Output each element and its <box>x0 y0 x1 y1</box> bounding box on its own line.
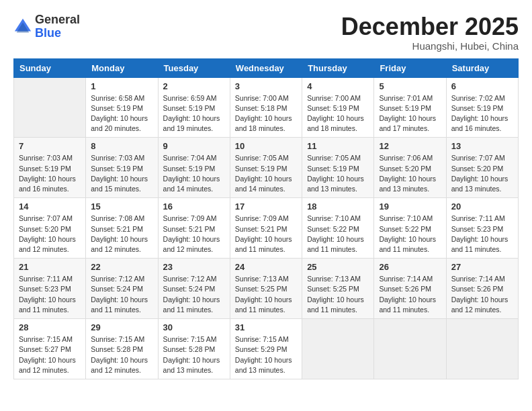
calendar-day-cell: 4Sunrise: 7:00 AMSunset: 5:19 PMDaylight… <box>302 77 374 138</box>
calendar-week-row: 7Sunrise: 7:03 AMSunset: 5:19 PMDaylight… <box>14 138 519 198</box>
calendar-day-cell: 19Sunrise: 7:10 AMSunset: 5:22 PMDayligh… <box>374 198 446 259</box>
calendar-day-cell: 21Sunrise: 7:11 AMSunset: 5:23 PMDayligh… <box>14 259 86 319</box>
day-number: 12 <box>379 141 441 151</box>
calendar-day-cell: 6Sunrise: 7:02 AMSunset: 5:19 PMDaylight… <box>446 77 518 138</box>
month-title: December 2025 <box>341 13 519 40</box>
calendar-day-cell: 31Sunrise: 7:15 AMSunset: 5:29 PMDayligh… <box>230 319 302 379</box>
weekday-header-tuesday: Tuesday <box>158 58 230 77</box>
title-block: December 2025 Huangshi, Hubei, China <box>341 13 519 52</box>
day-number: 5 <box>379 81 441 91</box>
day-info: Sunrise: 7:14 AMSunset: 5:26 PMDaylight:… <box>451 274 513 315</box>
day-info: Sunrise: 7:05 AMSunset: 5:19 PMDaylight:… <box>307 153 369 194</box>
day-number: 9 <box>163 141 225 151</box>
calendar-day-cell: 11Sunrise: 7:05 AMSunset: 5:19 PMDayligh… <box>302 138 374 198</box>
day-info: Sunrise: 7:15 AMSunset: 5:29 PMDaylight:… <box>235 334 297 375</box>
calendar-day-cell: 2Sunrise: 6:59 AMSunset: 5:19 PMDaylight… <box>158 77 230 138</box>
day-number: 10 <box>235 141 297 151</box>
day-info: Sunrise: 7:01 AMSunset: 5:19 PMDaylight:… <box>379 93 441 134</box>
day-info: Sunrise: 7:15 AMSunset: 5:28 PMDaylight:… <box>91 334 152 375</box>
weekday-header-thursday: Thursday <box>302 58 374 77</box>
calendar-week-row: 14Sunrise: 7:07 AMSunset: 5:20 PMDayligh… <box>14 198 519 259</box>
weekday-header-monday: Monday <box>86 58 158 77</box>
calendar-day-cell: 7Sunrise: 7:03 AMSunset: 5:19 PMDaylight… <box>14 138 86 198</box>
calendar-empty-cell <box>374 319 446 379</box>
calendar-day-cell: 22Sunrise: 7:12 AMSunset: 5:24 PMDayligh… <box>86 259 158 319</box>
calendar-day-cell: 1Sunrise: 6:58 AMSunset: 5:19 PMDaylight… <box>86 77 158 138</box>
day-number: 24 <box>235 262 297 272</box>
day-info: Sunrise: 7:14 AMSunset: 5:26 PMDaylight:… <box>379 274 441 315</box>
day-number: 26 <box>379 262 441 272</box>
calendar-day-cell: 13Sunrise: 7:07 AMSunset: 5:20 PMDayligh… <box>446 138 518 198</box>
day-info: Sunrise: 6:59 AMSunset: 5:19 PMDaylight:… <box>163 93 225 134</box>
logo-icon <box>13 17 32 36</box>
calendar-day-cell: 3Sunrise: 7:00 AMSunset: 5:18 PMDaylight… <box>230 77 302 138</box>
day-number: 17 <box>235 201 297 212</box>
day-number: 28 <box>19 322 81 332</box>
calendar-day-cell: 20Sunrise: 7:11 AMSunset: 5:23 PMDayligh… <box>446 198 518 259</box>
day-number: 11 <box>307 141 369 151</box>
day-info: Sunrise: 7:02 AMSunset: 5:19 PMDaylight:… <box>451 93 513 134</box>
calendar-day-cell: 14Sunrise: 7:07 AMSunset: 5:20 PMDayligh… <box>14 198 86 259</box>
day-info: Sunrise: 7:00 AMSunset: 5:19 PMDaylight:… <box>307 93 369 134</box>
day-number: 8 <box>91 141 152 151</box>
weekday-header-sunday: Sunday <box>14 58 86 77</box>
day-number: 29 <box>91 322 152 332</box>
day-number: 14 <box>19 201 81 212</box>
calendar-day-cell: 26Sunrise: 7:14 AMSunset: 5:26 PMDayligh… <box>374 259 446 319</box>
day-info: Sunrise: 7:15 AMSunset: 5:27 PMDaylight:… <box>19 334 81 375</box>
day-info: Sunrise: 7:10 AMSunset: 5:22 PMDaylight:… <box>379 214 441 255</box>
day-info: Sunrise: 7:09 AMSunset: 5:21 PMDaylight:… <box>163 214 225 255</box>
location-subtitle: Huangshi, Hubei, China <box>341 40 519 52</box>
calendar-day-cell: 10Sunrise: 7:05 AMSunset: 5:19 PMDayligh… <box>230 138 302 198</box>
weekday-header-saturday: Saturday <box>446 58 518 77</box>
day-info: Sunrise: 7:03 AMSunset: 5:19 PMDaylight:… <box>91 153 152 194</box>
calendar-day-cell: 15Sunrise: 7:08 AMSunset: 5:21 PMDayligh… <box>86 198 158 259</box>
logo-blue-text: Blue <box>35 27 80 40</box>
calendar-day-cell: 27Sunrise: 7:14 AMSunset: 5:26 PMDayligh… <box>446 259 518 319</box>
day-info: Sunrise: 7:06 AMSunset: 5:20 PMDaylight:… <box>379 153 441 194</box>
day-number: 22 <box>91 262 152 272</box>
day-info: Sunrise: 7:07 AMSunset: 5:20 PMDaylight:… <box>451 153 513 194</box>
day-info: Sunrise: 7:11 AMSunset: 5:23 PMDaylight:… <box>19 274 81 315</box>
day-number: 23 <box>163 262 225 272</box>
calendar-empty-cell <box>302 319 374 379</box>
day-info: Sunrise: 7:07 AMSunset: 5:20 PMDaylight:… <box>19 214 81 255</box>
page-header: General Blue December 2025 Huangshi, Hub… <box>13 13 519 52</box>
weekday-header-friday: Friday <box>374 58 446 77</box>
calendar-day-cell: 8Sunrise: 7:03 AMSunset: 5:19 PMDaylight… <box>86 138 158 198</box>
calendar-header-row: SundayMondayTuesdayWednesdayThursdayFrid… <box>14 58 519 77</box>
calendar-day-cell: 17Sunrise: 7:09 AMSunset: 5:21 PMDayligh… <box>230 198 302 259</box>
day-info: Sunrise: 7:12 AMSunset: 5:24 PMDaylight:… <box>91 274 152 315</box>
logo-general-text: General <box>35 13 80 27</box>
day-info: Sunrise: 7:13 AMSunset: 5:25 PMDaylight:… <box>307 274 369 315</box>
calendar-day-cell: 29Sunrise: 7:15 AMSunset: 5:28 PMDayligh… <box>86 319 158 379</box>
calendar-day-cell: 12Sunrise: 7:06 AMSunset: 5:20 PMDayligh… <box>374 138 446 198</box>
day-number: 7 <box>19 141 81 151</box>
day-number: 6 <box>451 81 513 91</box>
day-info: Sunrise: 7:12 AMSunset: 5:24 PMDaylight:… <box>163 274 225 315</box>
day-number: 2 <box>163 81 225 91</box>
calendar-week-row: 21Sunrise: 7:11 AMSunset: 5:23 PMDayligh… <box>14 259 519 319</box>
day-info: Sunrise: 7:00 AMSunset: 5:18 PMDaylight:… <box>235 93 297 134</box>
day-info: Sunrise: 7:03 AMSunset: 5:19 PMDaylight:… <box>19 153 81 194</box>
day-number: 13 <box>451 141 513 151</box>
day-number: 16 <box>163 201 225 212</box>
logo: General Blue <box>13 13 80 40</box>
day-number: 18 <box>307 201 369 212</box>
calendar-empty-cell <box>14 77 86 138</box>
day-info: Sunrise: 7:15 AMSunset: 5:28 PMDaylight:… <box>163 334 225 375</box>
day-info: Sunrise: 7:10 AMSunset: 5:22 PMDaylight:… <box>307 214 369 255</box>
day-number: 15 <box>91 201 152 212</box>
day-number: 1 <box>91 81 152 91</box>
day-info: Sunrise: 7:05 AMSunset: 5:19 PMDaylight:… <box>235 153 297 194</box>
calendar-day-cell: 23Sunrise: 7:12 AMSunset: 5:24 PMDayligh… <box>158 259 230 319</box>
day-number: 19 <box>379 201 441 212</box>
day-number: 25 <box>307 262 369 272</box>
calendar-week-row: 1Sunrise: 6:58 AMSunset: 5:19 PMDaylight… <box>14 77 519 138</box>
day-info: Sunrise: 7:13 AMSunset: 5:25 PMDaylight:… <box>235 274 297 315</box>
day-info: Sunrise: 7:08 AMSunset: 5:21 PMDaylight:… <box>91 214 152 255</box>
day-number: 3 <box>235 81 297 91</box>
calendar-day-cell: 24Sunrise: 7:13 AMSunset: 5:25 PMDayligh… <box>230 259 302 319</box>
calendar-day-cell: 16Sunrise: 7:09 AMSunset: 5:21 PMDayligh… <box>158 198 230 259</box>
calendar-day-cell: 25Sunrise: 7:13 AMSunset: 5:25 PMDayligh… <box>302 259 374 319</box>
